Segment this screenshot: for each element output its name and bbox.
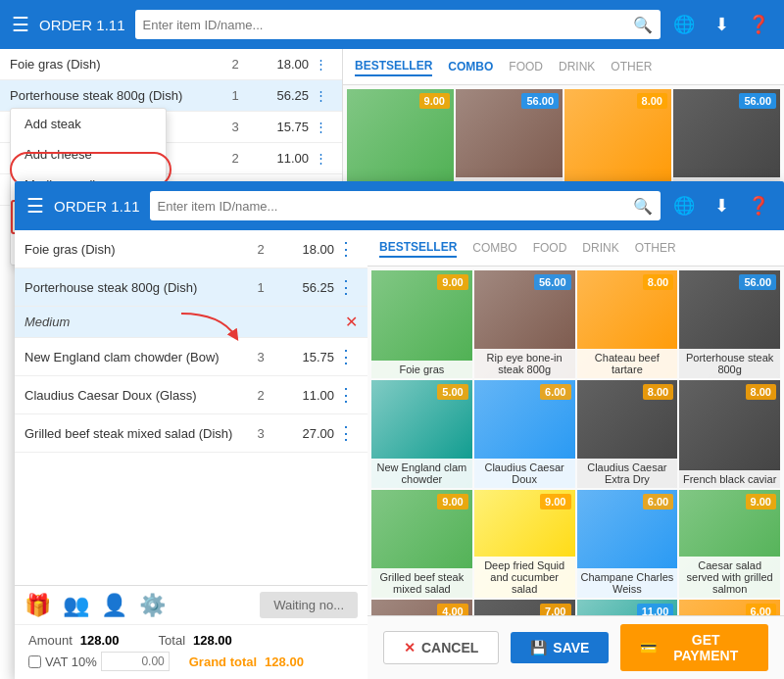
front-help-icon[interactable]: ❓ [745, 195, 772, 217]
front-order-list: Foie gras (Dish) 2 18.00 ⋮ Porterhouse s… [15, 230, 368, 679]
back-row-more-4[interactable]: ⋮ [309, 151, 332, 166]
settings-icon: ⚙️ [139, 593, 166, 618]
back-help-icon[interactable]: ❓ [745, 14, 772, 35]
front-left-actions: 🎁 👥 👤 ⚙️ Waiting no... [15, 586, 368, 625]
grand-total-value: 128.00 [265, 655, 304, 669]
front-item-16[interactable]: 6.00 [679, 600, 780, 615]
front-item-porterhouse[interactable]: 56.00 Porterhouse steak 800g [679, 270, 780, 378]
back-row-more-1[interactable]: ⋮ [309, 57, 332, 72]
gift-icon: 🎁 [24, 593, 51, 618]
front-item-rip-eye[interactable]: 56.00 Rip eye bone-in steak 800g [474, 270, 575, 378]
front-row-more-3[interactable]: ⋮ [334, 346, 358, 367]
group-icon: 👥 [63, 593, 89, 618]
front-content: Foie gras (Dish) 2 18.00 ⋮ Porterhouse s… [15, 230, 784, 679]
front-tab-other[interactable]: OTHER [635, 239, 676, 257]
front-item-foie-gras[interactable]: 9.00 Foie gras [371, 270, 472, 378]
waiting-button[interactable]: Waiting no... [260, 592, 358, 618]
vat-input[interactable] [101, 652, 170, 671]
front-totals: Amount 128.00 Total 128.00 VAT 10% Grand… [15, 625, 368, 679]
front-item-beef-salad[interactable]: 9.00 Grilled beef steak mixed salad [371, 490, 472, 598]
front-globe-icon[interactable]: 🌐 [670, 195, 698, 217]
cancel-button[interactable]: ✕ CANCEL [383, 631, 499, 664]
front-row-more-2[interactable]: ⋮ [334, 276, 358, 298]
back-globe-icon[interactable]: 🌐 [670, 14, 698, 35]
front-item-caesar-doux[interactable]: 6.00 Claudius Caesar Doux [474, 380, 575, 488]
action-btn-gift[interactable]: 🎁 [24, 593, 51, 618]
front-menu-icon[interactable]: ☰ [26, 194, 44, 218]
vat-row: VAT 10% Grand total 128.00 [28, 652, 354, 671]
front-search-bar[interactable]: 🔍 [150, 191, 661, 220]
front-item-squid-salad[interactable]: 9.00 Deep fried Squid and cucumber salad [474, 490, 575, 598]
save-icon: 💾 [530, 640, 547, 655]
front-item-black-caviar[interactable]: 8.00 French black caviar [679, 380, 780, 488]
front-search-icon[interactable]: 🔍 [633, 197, 653, 216]
back-tab-bestseller[interactable]: BESTSELLER [355, 57, 432, 76]
front-item-15[interactable]: 11.00 [577, 600, 678, 615]
front-row-more-5[interactable]: ⋮ [334, 422, 358, 444]
action-btn-user[interactable]: 👤 [101, 593, 127, 618]
front-tab-combo[interactable]: COMBO [472, 239, 516, 257]
back-dropdown-add-cheese[interactable]: Add cheese [11, 139, 166, 170]
back-search-icon[interactable]: 🔍 [633, 16, 653, 34]
front-item-champane[interactable]: 6.00 Champane Charles Weiss [577, 490, 678, 598]
front-row-more-1[interactable]: ⋮ [334, 238, 358, 260]
front-item-13[interactable]: 4.00 [371, 600, 472, 615]
front-panel: ☰ ORDER 1.11 🔍 🌐 ⬇ ❓ Foie gras (Dish) 2 … [15, 181, 784, 679]
back-tab-drink[interactable]: DRINK [559, 58, 595, 75]
amount-label: Amount [28, 633, 73, 648]
back-search-bar[interactable]: 🔍 [135, 10, 661, 39]
back-tab-other[interactable]: OTHER [611, 58, 652, 75]
front-row-more-4[interactable]: ⋮ [334, 384, 358, 406]
total-value: 128.00 [193, 633, 232, 648]
front-order-title: ORDER 1.11 [54, 198, 140, 215]
front-order-row-5: Grilled beef steak mixed salad (Dish) 3 … [15, 414, 368, 453]
back-price-badge-3: 8.00 [637, 93, 667, 109]
action-btn-settings[interactable]: ⚙️ [139, 593, 166, 618]
back-order-row-1: Foie gras (Dish) 2 18.00 ⋮ [0, 49, 342, 80]
front-order-row-1: Foie gras (Dish) 2 18.00 ⋮ [15, 230, 368, 268]
grand-total-label: Grand total [189, 655, 257, 669]
payment-icon: 💳 [640, 640, 657, 655]
get-payment-button[interactable]: 💳 GET PAYMENT [620, 624, 768, 671]
front-modifier-close[interactable]: ✕ [345, 313, 358, 331]
front-modifier-row: Medium ✕ [15, 307, 368, 338]
front-left-bottom: 🎁 👥 👤 ⚙️ Waiting no... Amount [15, 585, 368, 679]
total-label: Total [159, 633, 185, 648]
amount-value: 128.00 [80, 633, 120, 648]
back-tab-combo[interactable]: COMBO [448, 58, 493, 75]
front-menu-grid: 9.00 Foie gras 56.00 Rip eye bone-in ste… [368, 267, 784, 615]
back-menu-tabs: BESTSELLER COMBO FOOD DRINK OTHER [343, 49, 784, 85]
back-menu-icon[interactable]: ☰ [12, 13, 29, 36]
front-item-caesar-salmon[interactable]: 9.00 Caesar salad served with grilled sa… [679, 490, 780, 598]
back-tab-food[interactable]: FOOD [509, 58, 543, 75]
front-tab-food[interactable]: FOOD [533, 239, 567, 257]
front-download-icon[interactable]: ⬇ [708, 195, 735, 217]
cancel-x-icon: ✕ [404, 640, 416, 655]
front-topbar: ☰ ORDER 1.11 🔍 🌐 ⬇ ❓ [15, 181, 784, 230]
front-item-clam-chowder[interactable]: 5.00 New England clam chowder [371, 380, 472, 488]
save-button[interactable]: 💾 SAVE [511, 632, 609, 663]
front-item-14[interactable]: 7.00 [474, 600, 575, 615]
user-icon: 👤 [101, 593, 127, 618]
back-dropdown-add-steak[interactable]: Add steak [11, 109, 166, 139]
back-download-icon[interactable]: ⬇ [708, 14, 735, 35]
front-item-beef-tartare[interactable]: 8.00 Chateau beef tartare [577, 270, 678, 378]
front-tab-bestseller[interactable]: BESTSELLER [379, 238, 457, 258]
back-topbar: ☰ ORDER 1.11 🔍 🌐 ⬇ ❓ [0, 0, 784, 49]
front-item-caesar-extra-dry[interactable]: 8.00 Claudius Caesar Extra Dry [577, 380, 678, 488]
back-search-input[interactable] [143, 18, 627, 32]
front-search-input[interactable] [158, 199, 627, 214]
front-right-menu: BESTSELLER COMBO FOOD DRINK OTHER 9.00 F… [368, 230, 784, 679]
front-menu-tabs: BESTSELLER COMBO FOOD DRINK OTHER [368, 230, 784, 267]
back-price-badge-1: 9.00 [419, 93, 450, 109]
vat-label: VAT 10% [45, 655, 97, 669]
action-btn-group[interactable]: 👥 [63, 593, 89, 618]
back-price-badge-4: 56.00 [739, 93, 776, 109]
back-row-more-3[interactable]: ⋮ [309, 120, 332, 134]
front-tab-drink[interactable]: DRINK [582, 239, 618, 257]
back-price-badge-2: 56.00 [521, 93, 559, 109]
back-order-title: ORDER 1.11 [39, 17, 125, 33]
front-order-row-3: New England clam chowder (Bow) 3 15.75 ⋮ [15, 338, 368, 376]
vat-checkbox[interactable] [28, 655, 41, 668]
back-row-more-2[interactable]: ⋮ [309, 88, 332, 103]
